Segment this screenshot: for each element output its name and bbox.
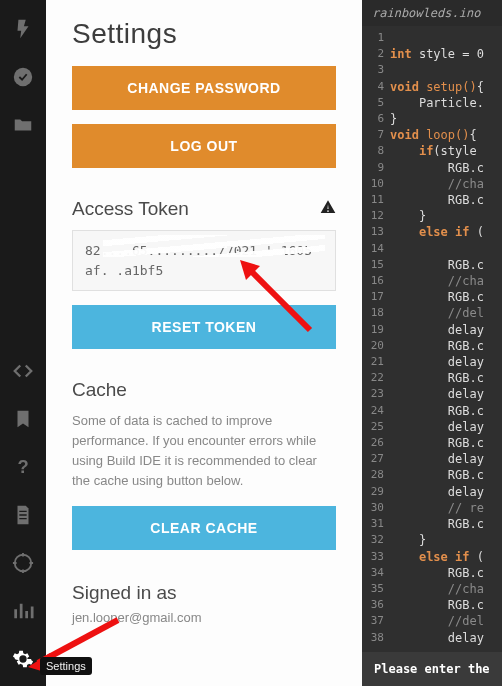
svg-point-2 bbox=[15, 555, 32, 572]
line-number: 31 bbox=[362, 516, 384, 532]
line-number: 35 bbox=[362, 581, 384, 597]
flash-icon[interactable] bbox=[12, 18, 34, 40]
svg-text:?: ? bbox=[18, 456, 29, 477]
cache-heading: Cache bbox=[72, 379, 336, 401]
code-line: //cha bbox=[390, 273, 502, 289]
line-number: 3 bbox=[362, 62, 384, 78]
bookmark-icon[interactable] bbox=[12, 408, 34, 430]
line-number: 21 bbox=[362, 354, 384, 370]
code-line: // re bbox=[390, 500, 502, 516]
code-line: //del bbox=[390, 305, 502, 321]
line-number: 37 bbox=[362, 613, 384, 629]
code-line: delay bbox=[390, 419, 502, 435]
code-line: if(style bbox=[390, 143, 502, 159]
code-line: delay bbox=[390, 354, 502, 370]
code-line: int style = 0 bbox=[390, 46, 502, 62]
check-circle-icon[interactable] bbox=[12, 66, 34, 88]
line-number: 10 bbox=[362, 176, 384, 192]
target-icon[interactable] bbox=[12, 552, 34, 574]
code-line: RGB.c bbox=[390, 160, 502, 176]
change-password-button[interactable]: CHANGE PASSWORD bbox=[72, 66, 336, 110]
document-icon[interactable] bbox=[12, 504, 34, 526]
code-line: RGB.c bbox=[390, 370, 502, 386]
code-line: } bbox=[390, 111, 502, 127]
code-line: void loop(){ bbox=[390, 127, 502, 143]
line-number: 25 bbox=[362, 419, 384, 435]
editor-body[interactable]: 1234567891011121314151617181920212223242… bbox=[362, 26, 502, 646]
line-number: 30 bbox=[362, 500, 384, 516]
line-number: 9 bbox=[362, 160, 384, 176]
code-line: delay bbox=[390, 630, 502, 646]
code-line: else if ( bbox=[390, 224, 502, 240]
code-line: //cha bbox=[390, 176, 502, 192]
line-number: 38 bbox=[362, 630, 384, 646]
code-line: } bbox=[390, 208, 502, 224]
code-line: delay bbox=[390, 386, 502, 402]
code-line: RGB.c bbox=[390, 597, 502, 613]
svg-point-0 bbox=[14, 68, 32, 86]
line-number: 32 bbox=[362, 532, 384, 548]
code-line: RGB.c bbox=[390, 403, 502, 419]
gear-icon[interactable] bbox=[12, 648, 34, 670]
line-number: 27 bbox=[362, 451, 384, 467]
access-token-heading: Access Token bbox=[72, 198, 336, 220]
line-number: 17 bbox=[362, 289, 384, 305]
signed-in-label: Signed in as bbox=[72, 582, 336, 604]
redaction-overlay bbox=[103, 235, 325, 257]
nav-rail: ? bbox=[0, 0, 46, 686]
line-number: 11 bbox=[362, 192, 384, 208]
editor-tab[interactable]: rainbowleds.ino bbox=[362, 0, 502, 26]
line-number: 22 bbox=[362, 370, 384, 386]
code-icon[interactable] bbox=[12, 360, 34, 382]
line-number: 33 bbox=[362, 549, 384, 565]
line-number: 4 bbox=[362, 79, 384, 95]
code-line: RGB.c bbox=[390, 192, 502, 208]
log-out-button[interactable]: LOG OUT bbox=[72, 124, 336, 168]
clear-cache-button[interactable]: CLEAR CACHE bbox=[72, 506, 336, 550]
line-number: 36 bbox=[362, 597, 384, 613]
line-number: 13 bbox=[362, 224, 384, 240]
code-line: RGB.c bbox=[390, 565, 502, 581]
code-line: else if ( bbox=[390, 549, 502, 565]
settings-panel: Settings CHANGE PASSWORD LOG OUT Access … bbox=[46, 0, 362, 686]
code-area[interactable]: int style = 0 void setup(){ Particle.}vo… bbox=[390, 26, 502, 646]
line-number: 23 bbox=[362, 386, 384, 402]
folder-icon[interactable] bbox=[12, 114, 34, 136]
code-line: RGB.c bbox=[390, 435, 502, 451]
code-line bbox=[390, 30, 502, 46]
code-line: RGB.c bbox=[390, 289, 502, 305]
line-number: 19 bbox=[362, 322, 384, 338]
line-number: 5 bbox=[362, 95, 384, 111]
line-number: 16 bbox=[362, 273, 384, 289]
line-number: 34 bbox=[362, 565, 384, 581]
code-line: RGB.c bbox=[390, 467, 502, 483]
reset-token-button[interactable]: RESET TOKEN bbox=[72, 305, 336, 349]
code-line: RGB.c bbox=[390, 257, 502, 273]
code-line: Particle. bbox=[390, 95, 502, 111]
line-number: 12 bbox=[362, 208, 384, 224]
code-line bbox=[390, 241, 502, 257]
line-gutter: 1234567891011121314151617181920212223242… bbox=[362, 26, 390, 646]
access-token-field[interactable]: 82....65........./7021 ' 1605 af. .a1bf5 bbox=[72, 230, 336, 291]
cache-help-text: Some of data is cached to improve perfor… bbox=[72, 411, 336, 492]
code-line: //cha bbox=[390, 581, 502, 597]
code-line: delay bbox=[390, 484, 502, 500]
code-line: RGB.c bbox=[390, 516, 502, 532]
line-number: 26 bbox=[362, 435, 384, 451]
code-line: RGB.c bbox=[390, 338, 502, 354]
line-number: 15 bbox=[362, 257, 384, 273]
line-number: 29 bbox=[362, 484, 384, 500]
line-number: 24 bbox=[362, 403, 384, 419]
line-number: 6 bbox=[362, 111, 384, 127]
line-number: 2 bbox=[362, 46, 384, 62]
line-number: 8 bbox=[362, 143, 384, 159]
access-token-label: Access Token bbox=[72, 198, 189, 220]
chart-icon[interactable] bbox=[12, 600, 34, 622]
help-icon[interactable]: ? bbox=[12, 456, 34, 478]
gear-tooltip: Settings bbox=[40, 657, 92, 675]
warning-icon[interactable] bbox=[320, 198, 336, 220]
line-number: 14 bbox=[362, 241, 384, 257]
line-number: 20 bbox=[362, 338, 384, 354]
code-line: void setup(){ bbox=[390, 79, 502, 95]
editor-pane: rainbowleds.ino 123456789101112131415161… bbox=[362, 0, 502, 686]
